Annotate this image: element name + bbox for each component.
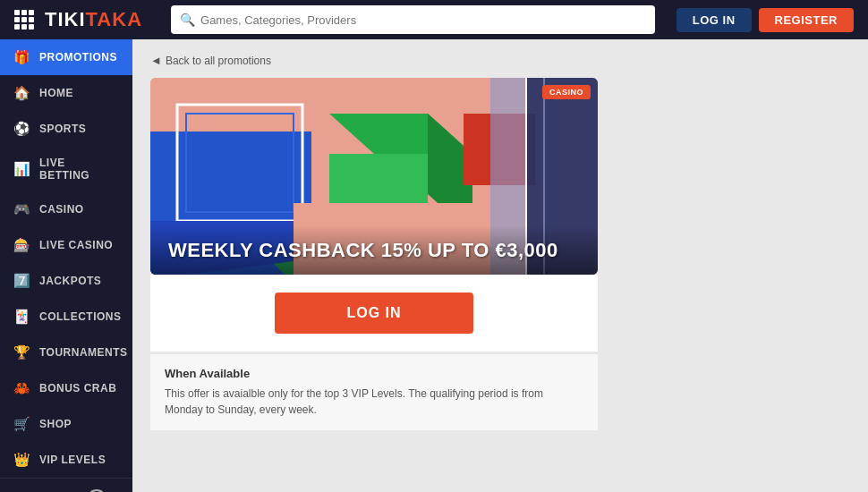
- back-link[interactable]: ◄ Back to all promotions: [150, 54, 850, 67]
- sidebar-label-home: HOME: [39, 87, 73, 99]
- sidebar-icon-vip-levels: 👑: [14, 452, 30, 468]
- body-layout: 🎁 PROMOTIONS 🏠 HOME ⚽ SPORTS 📊 LIVE BETT…: [0, 39, 868, 492]
- promo-title-overlay: WEEKLY CASHBACK 15% UP TO €3,000: [150, 225, 598, 275]
- sidebar-footer: 🇬🇧 English ? Help Centre: [0, 478, 132, 492]
- back-arrow-icon: ◄: [150, 54, 162, 67]
- sidebar-label-shop: SHOP: [39, 418, 72, 430]
- sidebar-label-jackpots: JACKPOTS: [39, 275, 101, 287]
- when-available-title: When Available: [165, 367, 583, 380]
- sidebar: 🎁 PROMOTIONS 🏠 HOME ⚽ SPORTS 📊 LIVE BETT…: [0, 39, 132, 492]
- sidebar-label-bonus-crab: BONUS CRAB: [39, 382, 116, 394]
- sidebar-item-vip-levels[interactable]: 👑 VIP LEVELS: [0, 442, 132, 478]
- sidebar-icon-home: 🏠: [14, 85, 30, 101]
- sidebar-item-bonus-crab[interactable]: 🦀 BONUS CRAB: [0, 370, 132, 406]
- sidebar-item-live-casino[interactable]: 🎰 LIVE CASINO: [0, 227, 132, 263]
- sidebar-item-home[interactable]: 🏠 HOME: [0, 75, 132, 111]
- search-bar[interactable]: 🔍: [171, 5, 655, 34]
- sidebar-items: 🎁 PROMOTIONS 🏠 HOME ⚽ SPORTS 📊 LIVE BETT…: [0, 39, 132, 478]
- sidebar-label-tournaments: TOURNAMENTS: [39, 346, 128, 359]
- promo-title: WEEKLY CASHBACK 15% UP TO €3,000: [168, 239, 580, 262]
- sidebar-icon-tournaments: 🏆: [14, 344, 30, 361]
- sidebar-icon-live-betting: 📊: [14, 161, 30, 177]
- register-button[interactable]: REGISTER: [759, 8, 854, 32]
- sidebar-icon-shop: 🛒: [14, 416, 30, 432]
- sidebar-label-promotions: PROMOTIONS: [39, 51, 117, 64]
- sidebar-icon-jackpots: 7️⃣: [14, 273, 30, 289]
- sidebar-item-promotions[interactable]: 🎁 PROMOTIONS: [0, 39, 132, 75]
- back-link-text: Back to all promotions: [166, 55, 271, 67]
- logo-taka: TAKA: [86, 8, 142, 30]
- logo-tiki: TIKI: [45, 8, 86, 30]
- sidebar-label-vip-levels: VIP LEVELS: [39, 454, 106, 466]
- sidebar-item-sports[interactable]: ⚽ SPORTS: [0, 111, 132, 147]
- sidebar-item-collections[interactable]: 🃏 COLLECTIONS: [0, 299, 132, 335]
- sidebar-item-live-betting[interactable]: 📊 LIVE BETTING: [0, 147, 132, 191]
- sidebar-icon-bonus-crab: 🦀: [14, 380, 30, 396]
- search-icon: 🔍: [180, 13, 195, 27]
- when-available-section: When Available This offer is avaialble o…: [150, 353, 598, 430]
- sidebar-icon-sports: ⚽: [14, 121, 30, 137]
- sidebar-item-tournaments[interactable]: 🏆 TOURNAMENTS: [0, 335, 132, 370]
- main-content: ◄ Back to all promotions: [132, 39, 868, 492]
- login-section: LOG IN: [150, 275, 598, 352]
- sidebar-icon-casino: 🎮: [14, 201, 30, 217]
- when-available-text: This offer is avaialble only for the top…: [165, 386, 583, 418]
- login-button[interactable]: LOG IN: [677, 8, 752, 32]
- sidebar-label-casino: CASINO: [39, 203, 84, 216]
- search-input[interactable]: [200, 13, 646, 27]
- promo-banner: CASINO WEEKLY CASHBACK 15% UP TO €3,000: [150, 78, 598, 275]
- promo-login-button[interactable]: LOG IN: [275, 293, 472, 334]
- sidebar-item-casino[interactable]: 🎮 CASINO: [0, 191, 132, 227]
- grid-menu-icon[interactable]: [14, 10, 34, 30]
- sidebar-icon-live-casino: 🎰: [14, 237, 30, 253]
- sidebar-label-collections: COLLECTIONS: [39, 310, 122, 323]
- nav-buttons: LOG IN REGISTER: [677, 8, 854, 32]
- sidebar-icon-promotions: 🎁: [14, 49, 30, 65]
- sidebar-label-live-betting: LIVE BETTING: [39, 157, 118, 182]
- top-nav: TIKITAKA 🔍 LOG IN REGISTER: [0, 0, 868, 39]
- casino-badge: CASINO: [542, 85, 591, 99]
- logo: TIKITAKA: [45, 8, 142, 31]
- sidebar-icon-collections: 🃏: [14, 309, 30, 325]
- sidebar-item-jackpots[interactable]: 7️⃣ JACKPOTS: [0, 263, 132, 299]
- sidebar-item-shop[interactable]: 🛒 SHOP: [0, 406, 132, 442]
- sidebar-label-sports: SPORTS: [39, 123, 86, 135]
- sidebar-label-live-casino: LIVE CASINO: [39, 239, 113, 251]
